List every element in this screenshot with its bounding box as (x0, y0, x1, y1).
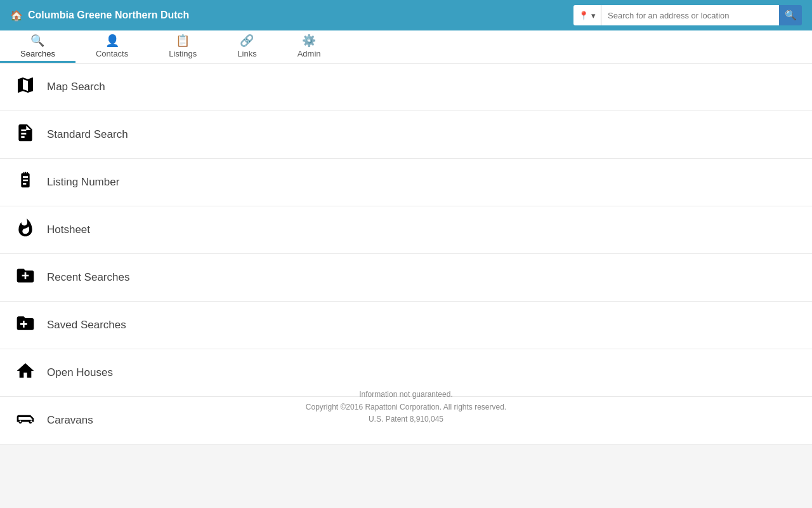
saved-searches-icon (15, 313, 36, 337)
search-icon: 🔍 (785, 10, 797, 21)
header: 🏠 Columbia Greene Northern Dutch 📍 ▾ 🔍 (0, 0, 812, 30)
search-bar: 📍 ▾ 🔍 (573, 5, 802, 25)
app-title: 🏠 Columbia Greene Northern Dutch (10, 10, 189, 22)
admin-icon: ⚙️ (302, 34, 316, 48)
nav-item-contacts[interactable]: 👤 Contacts (75, 30, 148, 63)
links-icon: 🔗 (240, 34, 254, 48)
nav-item-listings[interactable]: 📋 Listings (148, 30, 217, 63)
menu-item-saved-searches[interactable]: Saved Searches (0, 302, 812, 349)
menu-item-map-search[interactable]: Map Search (0, 64, 812, 111)
recent-searches-label: Recent Searches (47, 271, 129, 284)
nav-listings-label: Listings (169, 49, 197, 58)
listing-number-label: Listing Number (47, 176, 119, 189)
menu-item-hotsheet[interactable]: Hotsheet (0, 206, 812, 254)
nav-item-searches[interactable]: 🔍 Searches (0, 30, 75, 63)
footer-line3: U.S. Patent 8,910,045 (0, 413, 812, 425)
open-houses-label: Open Houses (47, 366, 113, 379)
menu-item-recent-searches[interactable]: Recent Searches (0, 254, 812, 302)
recent-searches-icon (15, 265, 36, 290)
nav-links-label: Links (237, 49, 256, 58)
home-icon: 🏠 (10, 10, 23, 22)
menu-list: Map Search Standard Search Listing Numbe… (0, 64, 812, 444)
hotsheet-icon (15, 218, 36, 242)
dropdown-arrow: ▾ (591, 11, 596, 20)
footer: Information not guaranteed. Copyright ©2… (0, 389, 812, 425)
hotsheet-label: Hotsheet (47, 224, 90, 236)
standard-search-label: Standard Search (47, 128, 128, 141)
listings-icon: 📋 (176, 34, 190, 48)
pin-icon: 📍 (579, 11, 589, 20)
saved-searches-label: Saved Searches (47, 319, 126, 331)
nav-item-admin[interactable]: ⚙️ Admin (277, 30, 341, 63)
nav-item-links[interactable]: 🔗 Links (217, 30, 277, 63)
footer-line1: Information not guaranteed. (0, 389, 812, 401)
menu-item-standard-search[interactable]: Standard Search (0, 111, 812, 159)
location-dropdown[interactable]: 📍 ▾ (573, 5, 601, 25)
search-button[interactable]: 🔍 (779, 5, 802, 25)
main-nav: 🔍 Searches 👤 Contacts 📋 Listings 🔗 Links… (0, 30, 812, 64)
footer-line2: Copyright ©2016 Rapattoni Corporation. A… (0, 401, 812, 413)
nav-searches-label: Searches (20, 49, 55, 58)
contacts-icon: 👤 (105, 34, 119, 48)
standard-search-icon (15, 123, 36, 147)
map-search-icon (15, 75, 36, 99)
title-text: Columbia Greene Northern Dutch (28, 10, 189, 21)
open-houses-icon (15, 361, 36, 385)
map-search-label: Map Search (47, 81, 105, 93)
searches-icon: 🔍 (30, 34, 44, 48)
nav-contacts-label: Contacts (96, 49, 128, 58)
nav-admin-label: Admin (298, 49, 321, 58)
search-input[interactable] (601, 5, 779, 25)
menu-item-listing-number[interactable]: Listing Number (0, 159, 812, 206)
listing-number-icon (15, 170, 36, 194)
